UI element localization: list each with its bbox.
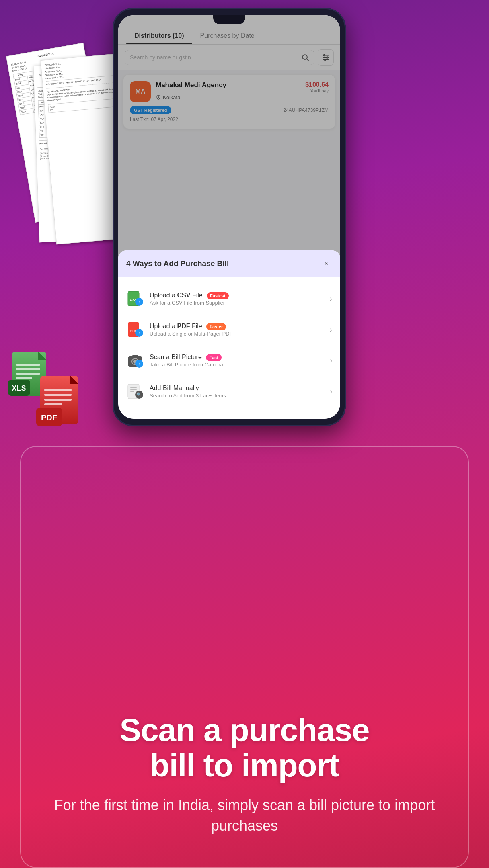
modal-header: 4 Ways to Add Purchase Bill × (118, 250, 340, 277)
svg-rect-43 (130, 389, 137, 390)
modal-item-scan-subtitle: Take a Bill Picture from Camera (150, 362, 324, 368)
pdf-modal-icon: PDF ↑ (126, 321, 144, 338)
modal-item-manual-subtitle: Search to Add from 3 Lac+ Items (150, 393, 324, 399)
svg-text:↑: ↑ (138, 331, 140, 335)
modal-overlay[interactable]: 4 Ways to Add Purchase Bill × CSV (118, 15, 340, 419)
svg-rect-4 (16, 368, 40, 370)
svg-text:🔍: 🔍 (136, 392, 142, 397)
modal-item-csv-subtitle: Ask for a CSV File from Supplier (150, 300, 324, 306)
svg-rect-13 (44, 399, 72, 401)
modal-item-pdf-content: Upload a PDF File Faster Upload a Single… (150, 323, 324, 337)
svg-rect-11 (44, 389, 72, 391)
chevron-right-icon: › (330, 295, 332, 303)
modal-item-csv[interactable]: CSV ↑ Upload a CSV File Fastest Ask for … (126, 283, 332, 314)
svg-rect-6 (16, 377, 32, 379)
modal-item-csv-content: Upload a CSV File Fastest Ask for a CSV … (150, 292, 324, 306)
chevron-right-icon-2: › (330, 326, 332, 334)
svg-text:PDF: PDF (41, 413, 57, 422)
svg-rect-38 (132, 355, 138, 358)
chevron-right-icon-3: › (330, 356, 332, 365)
modal-close-button[interactable]: × (320, 258, 332, 270)
csv-icon: CSV ↑ (126, 290, 144, 307)
modal-item-manual-title: Add Bill Manually (150, 385, 324, 392)
modal-item-scan-content: Scan a Bill Picture Fast Take a Bill Pic… (150, 354, 324, 368)
pdf-icon: PDF (36, 374, 92, 434)
bottom-text-section: Scan a purchase bill to import For the f… (0, 688, 489, 868)
svg-rect-42 (130, 387, 137, 388)
sub-heading: For the first time in India, simply scan… (48, 795, 441, 836)
file-icons-group: XLS PDF (8, 338, 113, 442)
phone-body: Distributors (10) Purchases by Date Sear… (113, 8, 346, 426)
badge-faster: Faster (206, 323, 226, 330)
badge-fast: Fast (206, 354, 222, 361)
modal-item-manual-content: Add Bill Manually Search to Add from 3 L… (150, 385, 324, 399)
modal-title: 4 Ways to Add Purchase Bill (126, 259, 229, 268)
modal-item-pdf-title: Upload a PDF File Faster (150, 323, 324, 330)
bottom-modal: 4 Ways to Add Purchase Bill × CSV (118, 250, 340, 419)
modal-item-manual[interactable]: 🔍 Add Bill Manually Search to Add from 3… (126, 376, 332, 407)
modal-item-scan[interactable]: ↑ Scan a Bill Picture Fast Take a Bill P… (126, 345, 332, 376)
modal-item-pdf-subtitle: Upload a Single or Multi-Pager PDF (150, 331, 324, 337)
main-heading: Scan a purchase bill to import (48, 712, 441, 783)
manual-icon: 🔍 (126, 383, 144, 400)
svg-text:↑: ↑ (138, 300, 140, 304)
modal-item-csv-title: Upload a CSV File Fastest (150, 292, 324, 299)
phone-container: Distributors (10) Purchases by Date Sear… (113, 8, 346, 426)
modal-item-scan-title: Scan a Bill Picture Fast (150, 354, 324, 361)
svg-rect-12 (44, 394, 72, 396)
svg-text:↑: ↑ (138, 362, 140, 366)
svg-text:XLS: XLS (12, 384, 26, 392)
badge-fastest: Fastest (207, 292, 229, 299)
svg-rect-14 (44, 403, 62, 405)
phone-screen: Distributors (10) Purchases by Date Sear… (118, 15, 340, 419)
modal-item-pdf[interactable]: PDF ↑ Upload a PDF File Faster Upload a … (126, 314, 332, 345)
svg-rect-3 (16, 364, 40, 366)
svg-rect-44 (130, 391, 134, 392)
camera-icon: ↑ (126, 352, 144, 369)
chevron-right-icon-4: › (330, 387, 332, 396)
